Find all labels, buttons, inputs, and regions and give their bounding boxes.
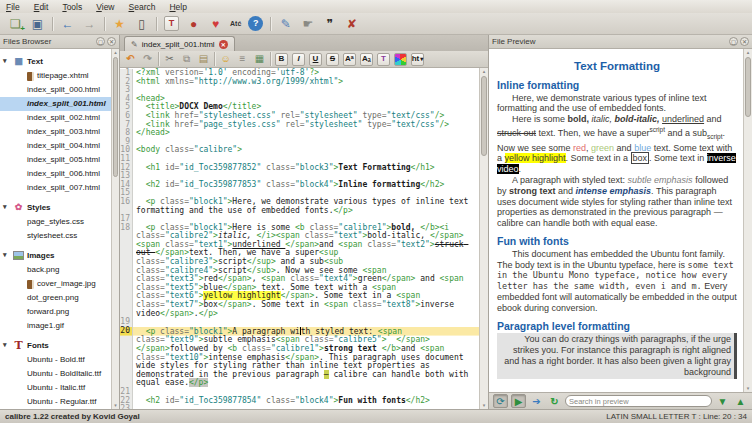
follow-cursor-icon[interactable]: ➔ xyxy=(529,394,544,408)
italic-icon[interactable]: I xyxy=(292,53,305,66)
section-text[interactable]: ▾▦Text xyxy=(0,53,111,69)
close-icon[interactable]: ✕ xyxy=(107,37,116,46)
file-item[interactable]: index_split_001.html xyxy=(0,97,111,111)
file-item[interactable]: Ubuntu - Italic.ttf xyxy=(0,381,111,395)
file-item[interactable]: back.png xyxy=(0,263,111,277)
code-line[interactable]: 16 <p class="block1">Here, we demonstrat… xyxy=(120,198,479,215)
redo-icon[interactable]: ↷ xyxy=(141,53,154,66)
underline-icon[interactable]: U xyxy=(309,53,322,66)
code-editor[interactable]: 1<?xml version='1.0' encoding='utf-8'?>2… xyxy=(120,69,479,409)
beautify-wand-icon[interactable]: ★ xyxy=(112,16,127,31)
file-item[interactable]: Ubuntu - Bold.ttf xyxy=(0,353,111,367)
file-item[interactable]: forward.png xyxy=(0,305,111,319)
expander-icon[interactable]: ▾ xyxy=(3,203,10,211)
code-line[interactable]: 3 xyxy=(120,86,479,95)
file-item[interactable]: image1.gif xyxy=(0,319,111,333)
scroll-up-icon[interactable]: ▴ xyxy=(112,49,119,56)
close-icon[interactable]: ✕ xyxy=(740,37,749,46)
menu-search[interactable]: Search xyxy=(129,2,156,12)
code-line[interactable]: 14 <h2 id="id_Toc359877853" class="block… xyxy=(120,181,479,190)
reload-icon[interactable]: ↻ xyxy=(547,394,562,408)
code-line[interactable]: 22 <h2 id="id_Toc359877854" class="block… xyxy=(120,397,479,406)
file-item[interactable]: index_split_004.html xyxy=(0,139,111,153)
tab-close-icon[interactable]: ✕ xyxy=(219,40,228,49)
expander-icon[interactable]: ▾ xyxy=(3,251,10,259)
float-icon[interactable]: ◻ xyxy=(729,37,738,46)
code-line[interactable]: 8</head> xyxy=(120,129,479,138)
menu-edit[interactable]: Edit xyxy=(34,2,49,12)
copy-icon[interactable]: ⧉ xyxy=(180,53,193,66)
file-item[interactable]: index_split_000.html xyxy=(0,83,111,97)
file-item[interactable]: cover_image.jpg xyxy=(0,277,111,291)
style-dropdown-icon[interactable]: ht▾ xyxy=(411,53,424,66)
cut-icon[interactable]: ✂ xyxy=(163,53,176,66)
save-icon[interactable]: ▣ xyxy=(30,16,45,31)
scroll-down-icon[interactable]: ▾ xyxy=(112,402,119,409)
section-images[interactable]: ▾Images xyxy=(0,247,111,263)
spellcheck-icon[interactable]: Atć xyxy=(230,16,241,31)
special-character-icon[interactable]: ☺ xyxy=(219,53,232,66)
insert-block-icon[interactable]: ≡ xyxy=(236,53,249,66)
expander-icon[interactable]: ▾ xyxy=(3,57,10,65)
subscript-icon[interactable]: Aₐ xyxy=(360,53,373,66)
code-line[interactable]: 10<body class="calibre"> xyxy=(120,146,479,155)
menu-view[interactable]: View xyxy=(96,2,114,12)
find-next-button[interactable]: ▼ xyxy=(715,394,730,408)
edit-toc-icon[interactable]: T xyxy=(164,16,179,31)
code-line[interactable]: 7 <link href="page_styles.css" rel="styl… xyxy=(120,121,479,130)
file-item[interactable]: index_split_007.html xyxy=(0,181,111,195)
expander-icon[interactable]: ▾ xyxy=(3,341,10,349)
refresh-preview-icon[interactable]: ⟳ xyxy=(493,394,508,408)
code-line[interactable]: 20 <p class="block1">A paragraph with st… xyxy=(120,327,479,388)
check-book-icon[interactable]: ● xyxy=(186,16,201,31)
file-item[interactable]: page_styles.css xyxy=(0,215,111,229)
file-item[interactable]: index_split_005.html xyxy=(0,153,111,167)
scroll-down-icon[interactable]: ▾ xyxy=(480,402,488,409)
code-line[interactable]: 2<html xmlns="http://www.w3.org/1999/xht… xyxy=(120,78,479,87)
forward-icon[interactable]: → xyxy=(82,16,97,31)
paste-icon[interactable]: ▤ xyxy=(197,53,210,66)
file-item[interactable]: dot_green.png xyxy=(0,291,111,305)
find-previous-button[interactable]: ▲ xyxy=(733,394,748,408)
donate-heart-icon[interactable]: ♥ xyxy=(208,16,223,31)
files-scrollbar[interactable]: ▴ ▾ xyxy=(111,49,119,409)
file-item[interactable]: titlepage.xhtml xyxy=(0,69,111,83)
file-item[interactable]: index_split_006.html xyxy=(0,167,111,181)
section-fonts[interactable]: ▾TFonts xyxy=(0,337,111,353)
code-line[interactable]: 18 <p class="block1">Here is some <b cla… xyxy=(120,224,479,319)
code-line[interactable]: 19 xyxy=(120,318,479,327)
scroll-up-icon[interactable]: ▴ xyxy=(744,49,752,56)
arrange-files-icon[interactable]: ✎ xyxy=(278,16,293,31)
file-item[interactable]: index_split_003.html xyxy=(0,125,111,139)
superscript-icon[interactable]: Aᵃ xyxy=(343,53,356,66)
bold-icon[interactable]: B xyxy=(275,53,288,66)
undo-icon[interactable]: ↶ xyxy=(124,53,137,66)
text-color-icon[interactable]: T xyxy=(377,53,390,66)
scroll-down-icon[interactable]: ▾ xyxy=(744,385,752,392)
scroll-up-icon[interactable]: ▴ xyxy=(480,68,488,75)
file-item[interactable]: Ubuntu - Regular.ttf xyxy=(0,395,111,409)
menu-tools[interactable]: Tools xyxy=(62,2,82,12)
menu-help[interactable]: Help xyxy=(169,2,186,12)
background-color-icon[interactable] xyxy=(394,53,407,66)
code-line[interactable]: 12 <h1 id="id_Toc359877852" class="block… xyxy=(120,164,479,173)
remove-unused-css-icon[interactable]: ✘ xyxy=(344,16,359,31)
tab-index-split-001[interactable]: ✎ index_split_001.html ✕ xyxy=(124,36,235,51)
help-icon[interactable]: ? xyxy=(248,16,263,31)
smarten-punctuation-icon[interactable]: ❞ xyxy=(322,16,337,31)
file-item[interactable]: Ubuntu - BoldItalic.ttf xyxy=(0,367,111,381)
live-refresh-icon[interactable]: ▶ xyxy=(511,394,526,408)
back-icon[interactable]: ← xyxy=(60,16,75,31)
new-file-icon[interactable]: ❏+ xyxy=(8,16,23,31)
float-icon[interactable]: ◻ xyxy=(96,37,105,46)
file-item[interactable]: index_split_002.html xyxy=(0,111,111,125)
preview-scrollbar[interactable]: ▴ ▾ xyxy=(743,49,752,392)
strikethrough-icon[interactable]: S xyxy=(326,53,339,66)
insert-image-icon[interactable]: ▦ xyxy=(253,53,266,66)
preview-device-icon[interactable]: ▯ xyxy=(134,16,149,31)
compress-images-icon[interactable]: ☛ xyxy=(300,16,315,31)
editor-scrollbar[interactable]: ▴ ▾ xyxy=(479,68,488,409)
file-item[interactable]: stylesheet.css xyxy=(0,229,111,243)
section-styles[interactable]: ▾✿Styles xyxy=(0,199,111,215)
search-input[interactable] xyxy=(565,395,712,407)
